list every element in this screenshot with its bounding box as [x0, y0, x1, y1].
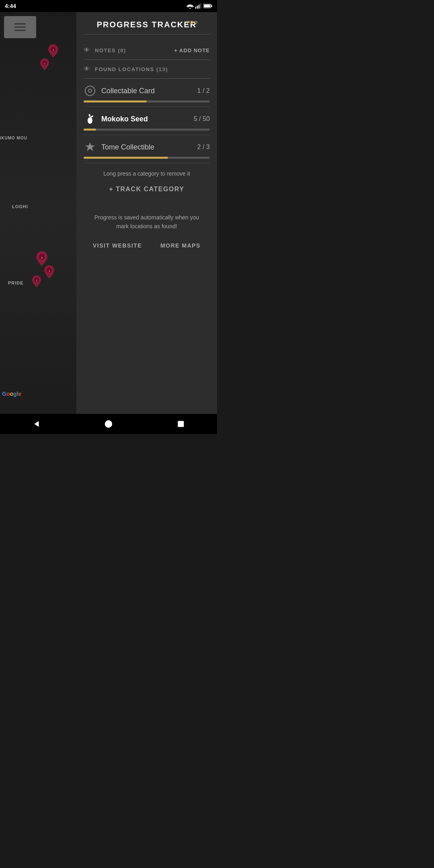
map-label-pride: PRIDE: [8, 280, 24, 285]
track-category-button[interactable]: + TRACK CATEGORY: [84, 182, 210, 197]
hint-text: Long press a category to remove it: [84, 170, 210, 177]
tome-collectible-progress-bg: [84, 157, 210, 159]
mokoko-seed-count: 5 / 50: [194, 115, 210, 123]
svg-rect-4: [200, 4, 201, 9]
mokoko-seed-icon: [84, 113, 96, 125]
collectable-card-icon: [84, 84, 96, 97]
svg-point-23: [105, 420, 112, 428]
map-label-loghi: LOGHI: [12, 204, 28, 209]
tome-collectible-count: 2 / 3: [197, 143, 210, 151]
notes-label: NOTES (0): [95, 47, 169, 53]
svg-text:♪: ♪: [44, 61, 45, 65]
mokoko-seed-progress-bg: [84, 129, 210, 131]
nav-bar: [0, 414, 217, 434]
pro-badge: PRO: [187, 20, 198, 25]
svg-text:♪: ♪: [48, 269, 50, 273]
collectable-card-count: 1 / 2: [197, 87, 210, 94]
svg-text:♪: ♪: [41, 256, 43, 260]
found-locations-eye-icon: 👁: [84, 66, 90, 73]
svg-rect-24: [178, 421, 184, 427]
category-tome-collectible[interactable]: Tome Collectible 2 / 3: [84, 135, 210, 163]
footer-text: Progress is saved automatically when you…: [88, 213, 206, 231]
svg-text:♪: ♪: [52, 48, 54, 52]
tome-collectible-progress-fill: [84, 157, 168, 159]
footer-buttons: VISIT WEBSITE MORE MAPS: [84, 239, 210, 252]
svg-point-20: [88, 117, 92, 124]
notes-eye-icon: 👁: [84, 47, 90, 54]
map-marker-4: ♪: [44, 265, 54, 280]
notes-row: 👁 NOTES (0) + ADD NOTE: [84, 41, 210, 60]
found-locations-row: 👁 FOUND LOCATIONS (13): [84, 60, 210, 79]
tome-collectible-name: Tome Collectible: [101, 143, 192, 151]
mokoko-seed-name: Mokoko Seed: [101, 115, 189, 123]
signal-icon: [195, 3, 202, 9]
svg-rect-2: [197, 6, 198, 8]
svg-rect-1: [195, 7, 196, 9]
panel-header: PROGRESS TRACKER PRO: [84, 20, 210, 35]
main-panel: PROGRESS TRACKER PRO 👁 NOTES (0) + ADD N…: [76, 12, 217, 418]
tome-collectible-icon: [84, 141, 96, 154]
wifi-icon: [186, 3, 194, 9]
menu-button[interactable]: [4, 16, 36, 38]
collectable-card-progress-fill: [84, 100, 147, 102]
map-marker-1: ♪: [48, 44, 58, 59]
panel-title: PROGRESS TRACKER: [97, 20, 197, 29]
map-marker-2: ♪: [40, 58, 49, 72]
svg-rect-7: [204, 5, 211, 7]
collectable-card-progress-bg: [84, 100, 210, 102]
found-locations-label: FOUND LOCATIONS (13): [95, 66, 210, 72]
map-background: ♪ ♪ ♪ ♪: [0, 12, 76, 418]
svg-marker-21: [85, 142, 95, 151]
svg-rect-3: [199, 5, 199, 9]
status-icons: [186, 3, 212, 9]
svg-point-0: [190, 8, 191, 9]
collectable-card-name: Collectable Card: [101, 87, 192, 95]
svg-point-18: [85, 86, 95, 96]
map-label-nkumo: NKUMO MOU: [0, 136, 27, 140]
home-button[interactable]: [96, 416, 121, 432]
svg-text:♪: ♪: [36, 278, 37, 282]
mokoko-seed-progress-fill: [84, 129, 96, 131]
svg-rect-6: [211, 5, 212, 7]
add-note-button[interactable]: + ADD NOTE: [174, 47, 210, 53]
battery-icon: [203, 4, 212, 8]
svg-marker-22: [34, 421, 39, 427]
visit-website-button[interactable]: VISIT WEBSITE: [86, 239, 148, 252]
status-time: 4:44: [5, 3, 16, 9]
category-mokoko-seed[interactable]: Mokoko Seed 5 / 50: [84, 107, 210, 135]
map-marker-5: ♪: [32, 275, 41, 289]
recents-button[interactable]: [169, 416, 193, 432]
category-collectable-card[interactable]: Collectable Card 1 / 2: [84, 79, 210, 107]
svg-point-19: [88, 89, 92, 92]
google-logo: Google: [2, 391, 21, 397]
more-maps-button[interactable]: MORE MAPS: [154, 239, 207, 252]
back-button[interactable]: [24, 416, 48, 432]
status-bar: 4:44: [0, 0, 217, 12]
